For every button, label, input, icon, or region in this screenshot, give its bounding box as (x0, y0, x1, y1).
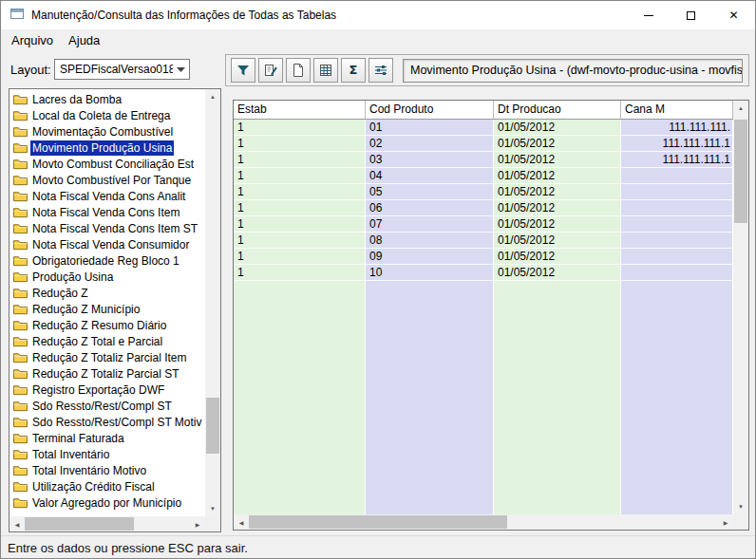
grid-cell[interactable]: 01/05/2012 (494, 168, 620, 184)
tree-item[interactable]: Local da Coleta de Entrega (10, 107, 204, 123)
filter-button[interactable] (231, 58, 255, 83)
scrollbar-thumb[interactable] (206, 398, 219, 454)
tree-item[interactable]: Redução Z (10, 285, 204, 301)
scrollbar-track[interactable] (733, 116, 748, 499)
grid-cell[interactable]: 04 (366, 168, 493, 184)
tree-item[interactable]: Movto Combust Conciliação Est (10, 156, 204, 172)
grid-cell[interactable]: 01/05/2012 (494, 249, 620, 265)
grid-cell[interactable]: 01/05/2012 (494, 216, 620, 233)
tree-item[interactable]: Redução Z Totaliz Parcial ST (10, 365, 204, 382)
close-button[interactable]: ✕ (712, 1, 755, 29)
scroll-left-icon[interactable]: ◀ (234, 514, 249, 530)
scroll-right-icon[interactable]: ▶ (718, 514, 733, 530)
menu-arquivo[interactable]: Arquivo (4, 30, 61, 50)
grid-cell[interactable] (621, 265, 732, 281)
tree-vertical-scrollbar[interactable]: ▲ ▼ (205, 89, 220, 516)
grid-cell[interactable]: 01/05/2012 (494, 184, 620, 200)
grid-cell[interactable]: 1 (234, 184, 365, 200)
tree-item[interactable]: Movto Combustível Por Tanque (10, 172, 204, 188)
scrollbar-track[interactable] (25, 516, 190, 531)
grid-cell[interactable]: 1 (234, 168, 365, 184)
maximize-button[interactable] (670, 1, 712, 29)
grid-cell[interactable]: 1 (234, 249, 365, 265)
grid-cell[interactable]: 01/05/2012 (494, 265, 620, 281)
grid-cell[interactable]: 05 (366, 184, 493, 200)
grid-cell[interactable] (621, 233, 732, 249)
grid-cell[interactable]: 01/05/2012 (494, 233, 620, 249)
tree-item[interactable]: Nota Fiscal Venda Cons Item (10, 204, 204, 220)
tree-item[interactable]: Nota Fiscal Venda Cons Item ST (10, 220, 204, 236)
grid-cell[interactable]: 07 (366, 216, 493, 233)
grid-cell[interactable] (621, 249, 732, 265)
grid-column-header[interactable]: Cana M (621, 101, 733, 119)
grid-cell[interactable]: 01/05/2012 (494, 152, 620, 168)
tree-item[interactable]: Redução Z Resumo Diário (10, 317, 204, 333)
grid-cell[interactable]: 1 (234, 120, 365, 136)
scrollbar-thumb[interactable] (734, 120, 747, 223)
tree-item[interactable]: Redução Z Total e Parcial (10, 333, 204, 349)
tree-item[interactable]: Total Inventário (10, 446, 204, 462)
grid-cell[interactable]: 111.111.111. (621, 120, 732, 136)
grid-column-header[interactable]: Cod Produto (366, 101, 494, 119)
sum-button[interactable]: Σ (341, 58, 366, 83)
tree-item[interactable]: Obrigatoriedade Reg Bloco 1 (10, 252, 204, 269)
tree-item[interactable]: Total Inventário Motivo (10, 462, 204, 478)
grid-column-header[interactable]: Dt Producao (494, 101, 621, 119)
tree-horizontal-scrollbar[interactable]: ◀ ▶ (9, 516, 205, 531)
tree-item[interactable]: Utilização Crédito Fiscal (10, 478, 204, 494)
grid-cell[interactable]: 09 (366, 249, 493, 265)
scrollbar-track[interactable] (205, 104, 220, 501)
grid-cell[interactable]: 03 (366, 152, 493, 168)
edit-button[interactable] (258, 58, 283, 83)
scroll-down-icon[interactable]: ▼ (205, 501, 220, 516)
grid-cell[interactable] (621, 184, 732, 200)
grid-cell[interactable]: 1 (234, 200, 365, 216)
adjust-button[interactable] (369, 58, 393, 83)
grid-cell[interactable]: 1 (234, 216, 365, 233)
grid-cell[interactable]: 1 (234, 136, 365, 152)
grid-cell[interactable]: 10 (366, 265, 493, 281)
grid-cell[interactable]: 01/05/2012 (494, 120, 620, 136)
grid-cell[interactable]: 08 (366, 233, 493, 249)
tree-item[interactable]: Nota Fiscal Venda Consumidor (10, 236, 204, 252)
minimize-button[interactable] (627, 1, 670, 29)
grid-cell[interactable]: 1 (234, 152, 365, 168)
grid-horizontal-scrollbar[interactable]: ◀ ▶ (234, 514, 733, 530)
scroll-up-icon[interactable]: ▲ (205, 89, 220, 104)
grid-cell[interactable]: 06 (366, 200, 493, 216)
grid-cell[interactable]: 01/05/2012 (494, 200, 620, 216)
tree-item[interactable]: Produção Usina (10, 269, 204, 285)
scroll-left-icon[interactable]: ◀ (9, 516, 25, 531)
new-document-button[interactable] (286, 58, 311, 83)
layout-combobox[interactable]: SPEDFiscalVersao018 (54, 59, 190, 80)
spreadsheet-button[interactable] (313, 58, 338, 83)
grid-cell[interactable] (621, 168, 732, 184)
tree-item[interactable]: Movimentação Combustível (10, 123, 204, 140)
grid-cell[interactable] (621, 200, 732, 216)
grid-vertical-scrollbar[interactable]: ▲ ▼ (733, 101, 748, 514)
tree-item[interactable]: Redução Z Município (10, 301, 204, 317)
grid-cell[interactable] (621, 216, 732, 233)
tree-item[interactable]: Terminal Faturada (10, 430, 204, 446)
tree-item[interactable]: Redução Z Totaliz Parcial Item (10, 349, 204, 365)
chevron-down-icon[interactable] (173, 60, 189, 79)
tree-item[interactable]: Sdo Ressto/Rest/Compl ST (10, 398, 204, 414)
tree-item[interactable]: Valor Agregado por Município (10, 494, 204, 511)
grid-cell[interactable]: 01/05/2012 (494, 136, 620, 152)
scroll-down-icon[interactable]: ▼ (733, 499, 748, 514)
menu-ajuda[interactable]: Ajuda (61, 30, 107, 50)
grid-cell[interactable]: 111.111.111.1 (621, 152, 732, 168)
tree-item[interactable]: Lacres da Bomba (10, 91, 204, 107)
scroll-right-icon[interactable]: ▶ (190, 516, 205, 531)
tree-item[interactable]: Registro Exportação DWF (10, 382, 204, 398)
scrollbar-thumb[interactable] (25, 517, 134, 531)
tree-item[interactable]: Sdo Ressto/Rest/Compl ST Motiv (10, 414, 204, 430)
tree-item[interactable]: Movimento Produção Usina (10, 140, 204, 156)
scrollbar-track[interactable] (249, 514, 718, 530)
scroll-up-icon[interactable]: ▲ (733, 101, 748, 116)
grid-cell[interactable]: 02 (366, 136, 493, 152)
grid-column-header[interactable]: Estab (234, 101, 366, 119)
grid-cell[interactable]: 1 (234, 265, 365, 281)
grid-cell[interactable]: 1 (234, 233, 365, 249)
grid-cell[interactable]: 111.111.111.1 (621, 136, 732, 152)
